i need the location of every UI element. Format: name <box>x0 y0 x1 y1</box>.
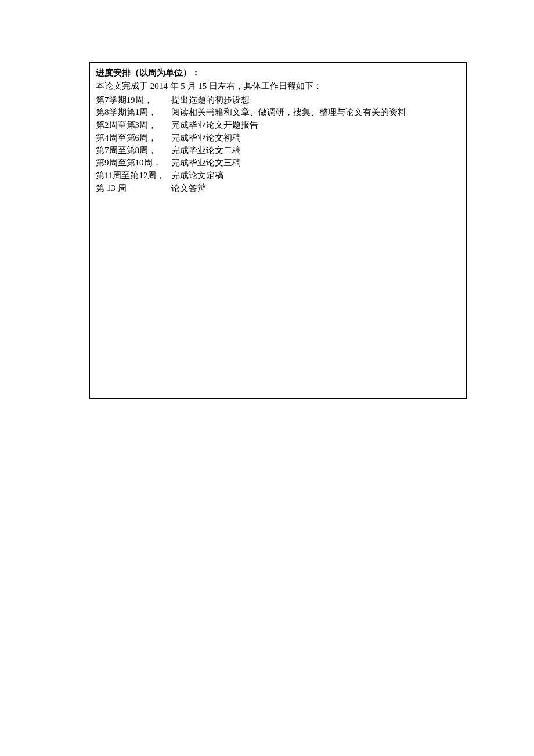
schedule-period: 第7周至第8周， <box>96 145 171 157</box>
schedule-row: 第4周至第6周， 完成毕业论文初稿 <box>96 132 460 145</box>
schedule-period: 第 13 周 <box>96 182 171 195</box>
schedule-row: 第7周至第8周， 完成毕业论文二稿 <box>96 145 460 157</box>
schedule-desc: 完成毕业论文二稿 <box>171 145 460 157</box>
schedule-desc: 完成毕业论文开题报告 <box>171 119 460 132</box>
schedule-period: 第7学期19周， <box>96 94 171 107</box>
schedule-desc: 提出选题的初步设想 <box>171 94 460 107</box>
schedule-period: 第11周至第12周， <box>96 170 171 182</box>
schedule-row: 第8学期第1周， 阅读相关书籍和文章、做调研，搜集、整理与论文有关的资料 <box>96 106 460 119</box>
schedule-heading: 进度安排（以周为单位）： <box>96 66 460 79</box>
schedule-period: 第2周至第3周， <box>96 119 171 132</box>
schedule-period: 第8学期第1周， <box>96 106 171 119</box>
schedule-desc: 阅读相关书籍和文章、做调研，搜集、整理与论文有关的资料 <box>171 106 460 119</box>
schedule-desc: 完成毕业论文初稿 <box>171 132 460 145</box>
schedule-row: 第11周至第12周， 完成论文定稿 <box>96 170 460 182</box>
schedule-row: 第9周至第10周， 完成毕业论文三稿 <box>96 157 460 170</box>
schedule-period: 第9周至第10周， <box>96 157 171 170</box>
schedule-box: 进度安排（以周为单位）： 本论文完成于 2014 年 5 月 15 日左右，具体… <box>89 62 467 399</box>
schedule-desc: 论文答辩 <box>171 182 460 195</box>
schedule-rows: 第7学期19周， 提出选题的初步设想 第8学期第1周， 阅读相关书籍和文章、做调… <box>96 94 460 195</box>
schedule-row: 第 13 周 论文答辩 <box>96 182 460 195</box>
schedule-period: 第4周至第6周， <box>96 132 171 145</box>
schedule-row: 第7学期19周， 提出选题的初步设想 <box>96 94 460 107</box>
schedule-desc: 完成论文定稿 <box>171 170 460 182</box>
schedule-desc: 完成毕业论文三稿 <box>171 157 460 170</box>
schedule-row: 第2周至第3周， 完成毕业论文开题报告 <box>96 119 460 132</box>
schedule-intro: 本论文完成于 2014 年 5 月 15 日左右，具体工作日程如下： <box>96 80 460 93</box>
